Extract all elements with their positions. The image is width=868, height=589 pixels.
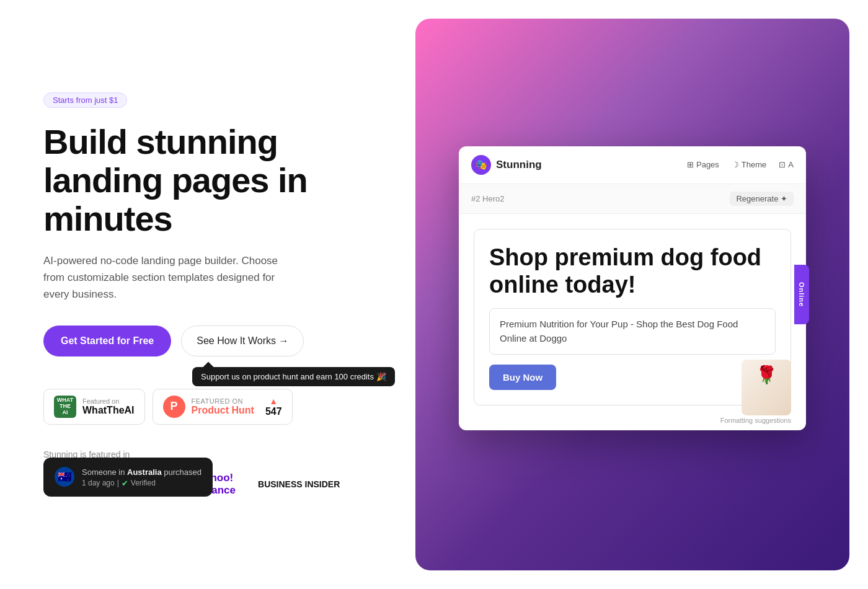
regenerate-button[interactable]: Regenerate ✦ <box>730 192 794 206</box>
ph-upvote-icon: ▲ <box>269 396 278 406</box>
browser-mockup: 🎭 Stunning ⊞ Pages ☽ Theme ⊡ A <box>459 146 806 430</box>
whattheai-featured-label: Featured on <box>82 397 135 405</box>
browser-topbar: 🎭 Stunning ⊞ Pages ☽ Theme ⊡ A <box>459 146 806 184</box>
price-badge: Starts from just $1 <box>43 92 127 108</box>
purchase-toast: 🇦🇺 Someone in Australia purchased 1 day … <box>43 458 213 497</box>
flower-icon: 🌹 <box>756 365 777 385</box>
app-name: Stunning <box>496 159 542 171</box>
see-how-it-works-button[interactable]: See How It Works → <box>181 326 304 356</box>
hero-subtitle: AI-powered no-code landing page builder.… <box>43 252 291 303</box>
verified-icon: ✔ <box>122 479 128 488</box>
ph-votes-count: 547 <box>265 406 282 417</box>
preview-subtitle: Premium Nutrition for Your Pup - Shop th… <box>489 308 776 355</box>
type-icon: ⊡ <box>779 160 786 169</box>
app-logo: 🎭 Stunning <box>471 155 542 175</box>
preview-hero-title: Shop premium dog food online today! <box>489 244 776 298</box>
pages-icon: ⊞ <box>687 160 694 169</box>
producthunt-badge[interactable]: P FEATURED ON Product Hunt ▲ 547 <box>153 389 293 425</box>
australia-flag-icon: 🇦🇺 <box>55 467 74 487</box>
preview-image: 🌹 <box>742 360 791 415</box>
whattheai-badge[interactable]: WHATTHEAI Featured on WhatTheAI <box>43 389 145 425</box>
right-section: 🎭 Stunning ⊞ Pages ☽ Theme ⊡ A <box>397 0 868 589</box>
toast-message: Someone in Australia purchased <box>82 466 202 479</box>
nav-pages[interactable]: ⊞ Pages <box>687 160 719 169</box>
left-section: Starts from just $1 Build stunning landi… <box>0 55 397 533</box>
producthunt-logo-icon: P <box>163 396 185 418</box>
ph-name: Product Hunt <box>192 405 254 416</box>
preview-cta-button[interactable]: Buy Now <box>489 365 556 390</box>
app-logo-icon: 🎭 <box>471 155 491 175</box>
section-label: #2 Hero2 <box>471 194 504 203</box>
cta-row: Get Started for Free See How It Works → … <box>43 326 353 356</box>
business-insider-logo: BUSINESS INSIDER <box>258 479 340 489</box>
theme-icon: ☽ <box>732 160 739 169</box>
nav-typography[interactable]: ⊡ A <box>779 160 794 169</box>
section-label-bar: #2 Hero2 Regenerate ✦ <box>459 184 806 214</box>
ph-featured-label: FEATURED ON <box>192 397 254 405</box>
get-started-button[interactable]: Get Started for Free <box>43 326 171 356</box>
hero-title: Build stunning landing pages in minutes <box>43 123 353 237</box>
preview-area: Shop premium dog food online today! Prem… <box>459 214 806 430</box>
whattheai-logo-icon: WHATTHEAI <box>54 396 76 418</box>
whattheai-name: WhatTheAI <box>82 405 135 416</box>
badges-row: WHATTHEAI Featured on WhatTheAI P FEATUR… <box>43 389 353 425</box>
producthunt-tooltip: Support us on product hunt and earn 100 … <box>192 367 395 386</box>
nav-theme[interactable]: ☽ Theme <box>732 160 766 169</box>
online-tab[interactable]: Online <box>794 265 809 324</box>
toast-time: 1 day ago <box>82 479 115 487</box>
toast-verified-label: Verified <box>131 479 156 487</box>
formatting-hint: Formatting suggestions <box>720 417 791 424</box>
browser-wrapper: 🎭 Stunning ⊞ Pages ☽ Theme ⊡ A <box>459 159 806 430</box>
browser-nav: ⊞ Pages ☽ Theme ⊡ A <box>687 160 794 169</box>
